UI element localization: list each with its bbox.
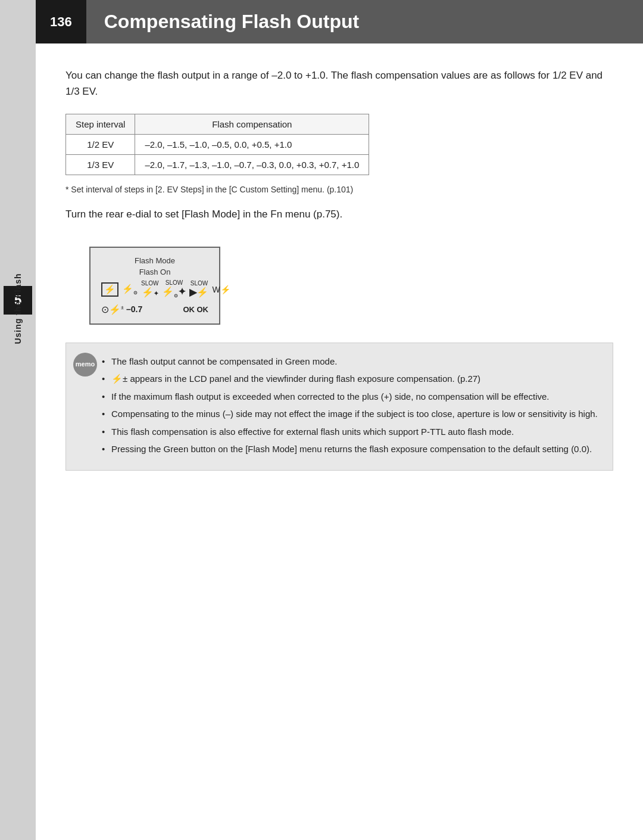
table-row: 1/2 EV –2.0, –1.5, –1.0, –0.5, 0.0, +0.5… (66, 135, 369, 155)
sidebar: 5 Using the Flash (0, 0, 36, 840)
list-item: ⚡± appears in the LCD panel and the view… (102, 371, 601, 387)
table-cell-ev-half: 1/2 EV (66, 135, 135, 155)
flash-icon-rear: SLOW ▶⚡ (189, 281, 208, 298)
intro-paragraph: You can change the flash output in a ran… (65, 67, 613, 99)
list-item: If the maximum flash output is exceeded … (102, 389, 601, 405)
lcd-icons-row: ⚡ ⚡⊙ SLOW ⚡✦ SLOW ⚡⊙✦ SLOW (101, 280, 208, 298)
flash-icon-2: ⚡⊙ (122, 284, 138, 295)
list-item: This flash compensation is also effectiv… (102, 424, 601, 440)
memo-list: The flash output cannot be compensated i… (102, 354, 601, 457)
chapter-label: Using the Flash (13, 273, 23, 344)
list-item: Pressing the Green button on the [Flash … (102, 441, 601, 457)
instruction-text: Turn the rear e-dial to set [Flash Mode]… (65, 209, 613, 220)
table-header-compensation: Flash compensation (135, 114, 369, 135)
page-header: 136 Compensating Flash Output (36, 0, 643, 43)
lcd-ok-button: OK OK (183, 305, 208, 314)
lcd-screen: Flash Mode Flash On ⚡ ⚡⊙ SLOW ⚡✦ SLOW (89, 247, 220, 324)
main-content: 136 Compensating Flash Output You can ch… (36, 0, 643, 840)
flash-icon-1: ⚡ (101, 282, 118, 297)
flash-table: Step interval Flash compensation 1/2 EV … (65, 114, 369, 175)
list-item: Compensating to the minus (–) side may n… (102, 406, 601, 422)
list-item: The flash output cannot be compensated i… (102, 354, 601, 369)
flash-icon-slow1: SLOW ⚡✦ (141, 281, 158, 298)
lcd-container: Flash Mode Flash On ⚡ ⚡⊙ SLOW ⚡✦ SLOW (89, 247, 220, 324)
content-area: You can change the flash output in a ran… (36, 61, 643, 494)
lcd-compensation-value: ⊙⚡± –0.7 (101, 304, 142, 315)
lcd-header-line1: Flash Mode (101, 256, 208, 265)
table-cell-values-third: –2.0, –1.7, –1.3, –1.0, –0.7, –0.3, 0.0,… (135, 155, 369, 175)
table-cell-values-half: –2.0, –1.5, –1.0, –0.5, 0.0, +0.5, +1.0 (135, 135, 369, 155)
page-title: Compensating Flash Output (86, 0, 377, 43)
memo-box: memo The flash output cannot be compensa… (65, 343, 613, 471)
footnote: * Set interval of steps in [2. EV Steps]… (65, 185, 613, 194)
flash-icon-wireless: W⚡ (212, 285, 230, 294)
table-header-step: Step interval (66, 114, 135, 135)
lcd-header-line2: Flash On (101, 267, 208, 276)
flash-icon-slow2: SLOW ⚡⊙✦ (162, 280, 186, 298)
lcd-bottom-row: ⊙⚡± –0.7 OK OK (101, 304, 208, 315)
table-cell-ev-third: 1/3 EV (66, 155, 135, 175)
table-row: 1/3 EV –2.0, –1.7, –1.3, –1.0, –0.7, –0.… (66, 155, 369, 175)
page-number: 136 (36, 0, 86, 43)
memo-icon: memo (73, 353, 97, 377)
